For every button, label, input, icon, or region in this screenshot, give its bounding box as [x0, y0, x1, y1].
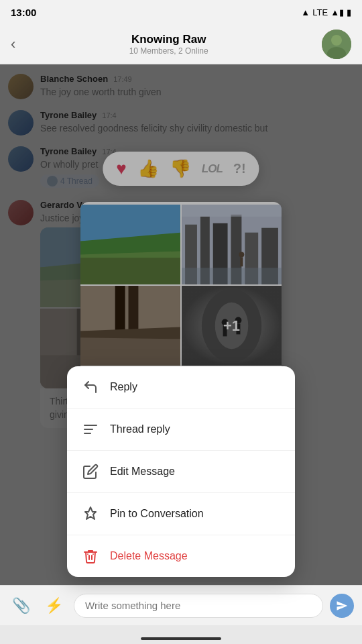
- home-indicator: [141, 637, 221, 640]
- status-time: 13:00: [11, 7, 36, 18]
- menu-item-edit[interactable]: Edit Message: [67, 451, 295, 493]
- trash-icon: [82, 547, 99, 565]
- preview-image-grid: +1: [80, 205, 282, 366]
- menu-label-thread-reply: Thread reply: [110, 423, 170, 435]
- header-center: Knowing Raw 10 Members, 2 Online: [129, 33, 208, 56]
- reply-icon: [82, 378, 99, 396]
- svg-rect-23: [80, 258, 180, 284]
- battery-icon: ▮: [347, 7, 351, 17]
- menu-label-edit: Edit Message: [110, 466, 175, 478]
- chat-title: Knowing Raw: [129, 33, 208, 46]
- lightning-icon[interactable]: ⚡: [41, 593, 67, 619]
- wifi-icon: ▲: [301, 7, 310, 17]
- chat-header: ‹ Knowing Raw 10 Members, 2 Online: [0, 24, 362, 64]
- menu-item-thread-reply[interactable]: Thread reply: [67, 409, 295, 451]
- status-bar: 13:00 ▲ LTE ▲▮ ▮: [0, 0, 362, 24]
- reaction-lol[interactable]: LOL: [202, 162, 223, 176]
- menu-item-delete[interactable]: Delete Message: [67, 535, 295, 577]
- reaction-thumbdown[interactable]: 👎: [170, 158, 191, 179]
- header-avatar[interactable]: [322, 30, 351, 59]
- menu-item-pin[interactable]: Pin to Conversation: [67, 493, 295, 535]
- svg-point-1: [331, 35, 342, 46]
- chat-subtitle: 10 Members, 2 Online: [129, 46, 208, 56]
- menu-label-reply: Reply: [110, 381, 137, 393]
- reaction-heart[interactable]: ♥: [116, 158, 126, 179]
- attachment-icon[interactable]: 📎: [8, 593, 34, 619]
- preview-image-cell-2: [182, 205, 282, 284]
- pin-icon: [82, 505, 99, 523]
- reaction-bar: ♥ 👍 👎 LOL ?!: [103, 152, 259, 186]
- send-button[interactable]: [330, 594, 354, 618]
- edit-icon: [82, 463, 99, 480]
- context-menu: Reply Thread reply Edit Message: [67, 366, 295, 577]
- status-icons: ▲ LTE ▲▮ ▮: [301, 7, 351, 17]
- preview-plus-overlay: +1: [182, 286, 282, 366]
- signal-icon: ▲▮: [330, 7, 344, 17]
- preview-image-cell-4: +1: [182, 286, 282, 366]
- svg-point-33: [239, 252, 244, 257]
- bottom-bar: 📎 ⚡: [0, 585, 362, 625]
- svg-rect-32: [182, 268, 282, 284]
- svg-rect-34: [240, 257, 243, 266]
- reaction-thumbup[interactable]: 👍: [137, 158, 159, 179]
- thread-reply-icon: [82, 421, 99, 438]
- preview-image-cell-3: [80, 286, 180, 366]
- menu-item-reply[interactable]: Reply: [67, 366, 295, 409]
- reaction-questionmark[interactable]: ?!: [233, 161, 246, 176]
- lte-label: LTE: [312, 7, 328, 17]
- menu-label-delete: Delete Message: [110, 550, 188, 562]
- menu-label-pin: Pin to Conversation: [110, 508, 204, 520]
- message-input[interactable]: [74, 594, 323, 618]
- svg-rect-31: [182, 205, 282, 217]
- preview-image-cell-1: [80, 205, 180, 284]
- back-button[interactable]: ‹: [11, 36, 15, 53]
